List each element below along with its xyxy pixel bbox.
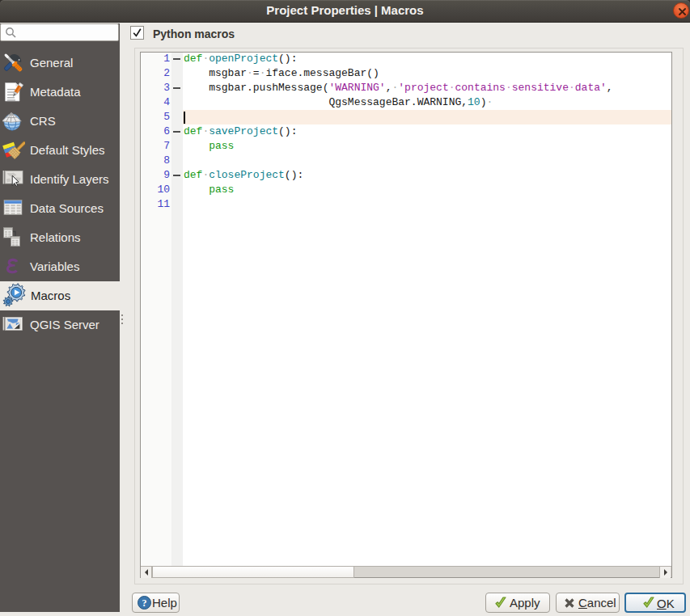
svg-text:?: ? bbox=[142, 597, 147, 609]
